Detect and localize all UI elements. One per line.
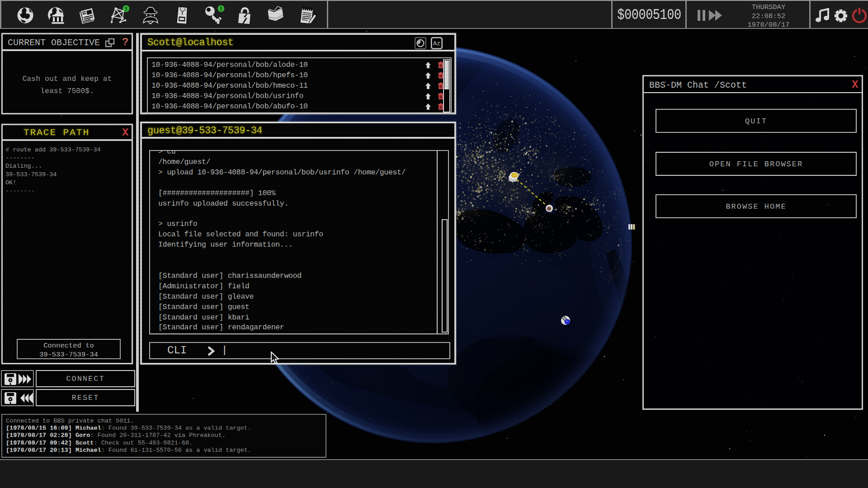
svg-text:Az: Az [433,40,440,47]
